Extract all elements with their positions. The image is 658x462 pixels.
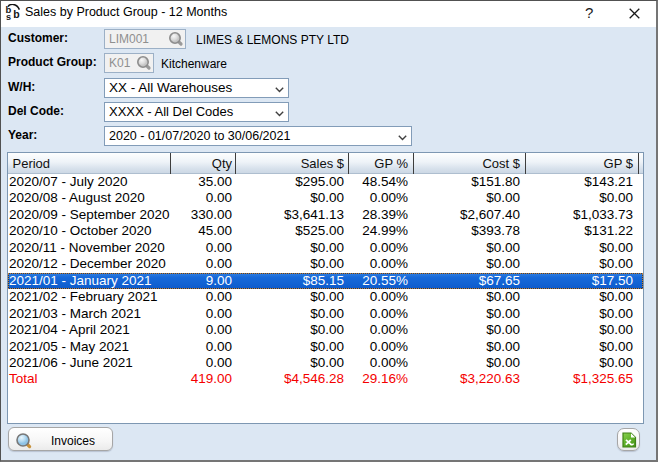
svg-text:s: s bbox=[6, 12, 11, 22]
svg-text:b: b bbox=[13, 8, 19, 20]
